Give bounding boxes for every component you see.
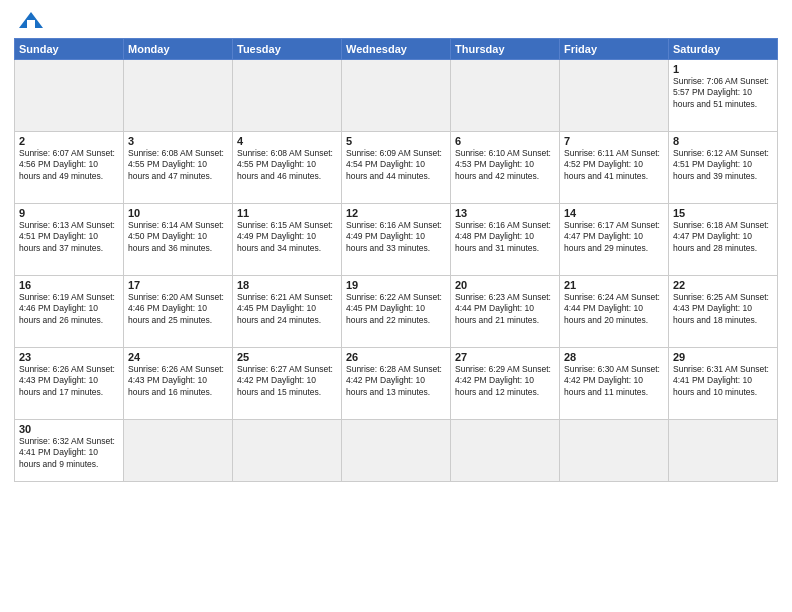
day-info: Sunrise: 6:16 AM Sunset: 4:48 PM Dayligh…: [455, 220, 555, 254]
day-number: 12: [346, 207, 446, 219]
day-info: Sunrise: 6:28 AM Sunset: 4:42 PM Dayligh…: [346, 364, 446, 398]
calendar-cell: 26Sunrise: 6:28 AM Sunset: 4:42 PM Dayli…: [342, 348, 451, 420]
day-info: Sunrise: 6:16 AM Sunset: 4:49 PM Dayligh…: [346, 220, 446, 254]
day-info: Sunrise: 6:26 AM Sunset: 4:43 PM Dayligh…: [128, 364, 228, 398]
day-number: 23: [19, 351, 119, 363]
header: [14, 10, 778, 32]
day-info: Sunrise: 6:31 AM Sunset: 4:41 PM Dayligh…: [673, 364, 773, 398]
calendar-cell: [451, 60, 560, 132]
weekday-header-saturday: Saturday: [669, 39, 778, 60]
day-number: 2: [19, 135, 119, 147]
day-number: 29: [673, 351, 773, 363]
day-number: 13: [455, 207, 555, 219]
day-number: 9: [19, 207, 119, 219]
calendar-cell: 16Sunrise: 6:19 AM Sunset: 4:46 PM Dayli…: [15, 276, 124, 348]
calendar-cell: 17Sunrise: 6:20 AM Sunset: 4:46 PM Dayli…: [124, 276, 233, 348]
day-number: 22: [673, 279, 773, 291]
day-info: Sunrise: 6:24 AM Sunset: 4:44 PM Dayligh…: [564, 292, 664, 326]
weekday-header-friday: Friday: [560, 39, 669, 60]
day-info: Sunrise: 6:11 AM Sunset: 4:52 PM Dayligh…: [564, 148, 664, 182]
calendar-cell: 11Sunrise: 6:15 AM Sunset: 4:49 PM Dayli…: [233, 204, 342, 276]
calendar-cell: 9Sunrise: 6:13 AM Sunset: 4:51 PM Daylig…: [15, 204, 124, 276]
calendar-cell: 6Sunrise: 6:10 AM Sunset: 4:53 PM Daylig…: [451, 132, 560, 204]
day-info: Sunrise: 6:25 AM Sunset: 4:43 PM Dayligh…: [673, 292, 773, 326]
logo-area: [14, 10, 45, 32]
calendar-cell: [15, 60, 124, 132]
calendar-cell: 23Sunrise: 6:26 AM Sunset: 4:43 PM Dayli…: [15, 348, 124, 420]
calendar-cell: [342, 60, 451, 132]
day-number: 6: [455, 135, 555, 147]
day-info: Sunrise: 6:18 AM Sunset: 4:47 PM Dayligh…: [673, 220, 773, 254]
day-info: Sunrise: 6:07 AM Sunset: 4:56 PM Dayligh…: [19, 148, 119, 182]
calendar-cell: [560, 60, 669, 132]
weekday-header-wednesday: Wednesday: [342, 39, 451, 60]
page: SundayMondayTuesdayWednesdayThursdayFrid…: [0, 0, 792, 612]
day-number: 24: [128, 351, 228, 363]
calendar-cell: 1Sunrise: 7:06 AM Sunset: 5:57 PM Daylig…: [669, 60, 778, 132]
logo-icon: [17, 10, 45, 32]
weekday-header-thursday: Thursday: [451, 39, 560, 60]
calendar-cell: [233, 60, 342, 132]
day-number: 25: [237, 351, 337, 363]
calendar-cell: 24Sunrise: 6:26 AM Sunset: 4:43 PM Dayli…: [124, 348, 233, 420]
calendar-cell: [560, 420, 669, 482]
calendar-cell: 18Sunrise: 6:21 AM Sunset: 4:45 PM Dayli…: [233, 276, 342, 348]
calendar-cell: 20Sunrise: 6:23 AM Sunset: 4:44 PM Dayli…: [451, 276, 560, 348]
calendar-cell: [124, 420, 233, 482]
day-info: Sunrise: 6:21 AM Sunset: 4:45 PM Dayligh…: [237, 292, 337, 326]
calendar-table: SundayMondayTuesdayWednesdayThursdayFrid…: [14, 38, 778, 482]
calendar-cell: 15Sunrise: 6:18 AM Sunset: 4:47 PM Dayli…: [669, 204, 778, 276]
calendar-cell: 2Sunrise: 6:07 AM Sunset: 4:56 PM Daylig…: [15, 132, 124, 204]
weekday-header-tuesday: Tuesday: [233, 39, 342, 60]
calendar-cell: 10Sunrise: 6:14 AM Sunset: 4:50 PM Dayli…: [124, 204, 233, 276]
day-number: 16: [19, 279, 119, 291]
day-info: Sunrise: 6:19 AM Sunset: 4:46 PM Dayligh…: [19, 292, 119, 326]
day-number: 17: [128, 279, 228, 291]
weekday-header-sunday: Sunday: [15, 39, 124, 60]
day-info: Sunrise: 6:17 AM Sunset: 4:47 PM Dayligh…: [564, 220, 664, 254]
day-number: 28: [564, 351, 664, 363]
calendar-cell: 8Sunrise: 6:12 AM Sunset: 4:51 PM Daylig…: [669, 132, 778, 204]
day-info: Sunrise: 6:29 AM Sunset: 4:42 PM Dayligh…: [455, 364, 555, 398]
calendar-cell: 3Sunrise: 6:08 AM Sunset: 4:55 PM Daylig…: [124, 132, 233, 204]
calendar-cell: 21Sunrise: 6:24 AM Sunset: 4:44 PM Dayli…: [560, 276, 669, 348]
day-number: 18: [237, 279, 337, 291]
calendar-cell: 22Sunrise: 6:25 AM Sunset: 4:43 PM Dayli…: [669, 276, 778, 348]
day-number: 26: [346, 351, 446, 363]
weekday-header-row: SundayMondayTuesdayWednesdayThursdayFrid…: [15, 39, 778, 60]
day-number: 14: [564, 207, 664, 219]
day-number: 21: [564, 279, 664, 291]
day-number: 7: [564, 135, 664, 147]
day-number: 19: [346, 279, 446, 291]
calendar-cell: 28Sunrise: 6:30 AM Sunset: 4:42 PM Dayli…: [560, 348, 669, 420]
day-number: 5: [346, 135, 446, 147]
day-number: 3: [128, 135, 228, 147]
logo: [14, 10, 45, 32]
day-number: 10: [128, 207, 228, 219]
calendar-cell: [451, 420, 560, 482]
day-info: Sunrise: 6:13 AM Sunset: 4:51 PM Dayligh…: [19, 220, 119, 254]
day-number: 15: [673, 207, 773, 219]
day-info: Sunrise: 6:08 AM Sunset: 4:55 PM Dayligh…: [128, 148, 228, 182]
calendar-cell: 19Sunrise: 6:22 AM Sunset: 4:45 PM Dayli…: [342, 276, 451, 348]
calendar-cell: [342, 420, 451, 482]
calendar-cell: 25Sunrise: 6:27 AM Sunset: 4:42 PM Dayli…: [233, 348, 342, 420]
day-info: Sunrise: 6:12 AM Sunset: 4:51 PM Dayligh…: [673, 148, 773, 182]
weekday-header-monday: Monday: [124, 39, 233, 60]
calendar-cell: 14Sunrise: 6:17 AM Sunset: 4:47 PM Dayli…: [560, 204, 669, 276]
day-info: Sunrise: 6:30 AM Sunset: 4:42 PM Dayligh…: [564, 364, 664, 398]
week-row-1: 1Sunrise: 7:06 AM Sunset: 5:57 PM Daylig…: [15, 60, 778, 132]
day-info: Sunrise: 6:08 AM Sunset: 4:55 PM Dayligh…: [237, 148, 337, 182]
day-info: Sunrise: 6:23 AM Sunset: 4:44 PM Dayligh…: [455, 292, 555, 326]
calendar-cell: 27Sunrise: 6:29 AM Sunset: 4:42 PM Dayli…: [451, 348, 560, 420]
day-info: Sunrise: 6:09 AM Sunset: 4:54 PM Dayligh…: [346, 148, 446, 182]
calendar-cell: [233, 420, 342, 482]
day-info: Sunrise: 6:26 AM Sunset: 4:43 PM Dayligh…: [19, 364, 119, 398]
calendar-cell: 13Sunrise: 6:16 AM Sunset: 4:48 PM Dayli…: [451, 204, 560, 276]
day-number: 4: [237, 135, 337, 147]
day-info: Sunrise: 7:06 AM Sunset: 5:57 PM Dayligh…: [673, 76, 773, 110]
day-info: Sunrise: 6:15 AM Sunset: 4:49 PM Dayligh…: [237, 220, 337, 254]
week-row-3: 9Sunrise: 6:13 AM Sunset: 4:51 PM Daylig…: [15, 204, 778, 276]
week-row-6: 30Sunrise: 6:32 AM Sunset: 4:41 PM Dayli…: [15, 420, 778, 482]
day-info: Sunrise: 6:14 AM Sunset: 4:50 PM Dayligh…: [128, 220, 228, 254]
